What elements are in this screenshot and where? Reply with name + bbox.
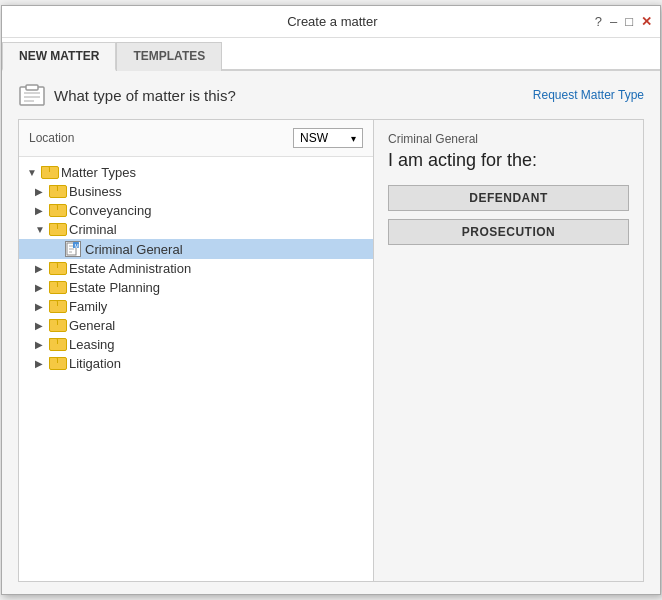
header-row: What type of matter is this? Request Mat… bbox=[18, 83, 644, 107]
toggle-estate-planning: ▶ bbox=[35, 282, 49, 293]
toggle-general: ▶ bbox=[35, 320, 49, 331]
help-button[interactable]: ? bbox=[595, 14, 602, 29]
tree-item-criminal-general[interactable]: M Criminal General bbox=[19, 239, 373, 259]
tree-item-matter-types[interactable]: ▼ Matter Types bbox=[19, 163, 373, 182]
tree-item-estate-admin[interactable]: ▶ Estate Administration bbox=[19, 259, 373, 278]
location-select[interactable]: NSW ▾ bbox=[293, 128, 363, 148]
tree-item-litigation[interactable]: ▶ Litigation bbox=[19, 354, 373, 373]
tree-item-leasing[interactable]: ▶ Leasing bbox=[19, 335, 373, 354]
tab-new-matter[interactable]: NEW MATTER bbox=[2, 42, 116, 71]
tree-label-leasing: Leasing bbox=[69, 337, 115, 352]
tree-label-business: Business bbox=[69, 184, 122, 199]
folder-icon-estate-admin bbox=[49, 262, 65, 275]
location-dropdown-arrow: ▾ bbox=[351, 133, 356, 144]
tree-label-criminal: Criminal bbox=[69, 222, 117, 237]
left-panel: Location NSW ▾ ▼ Matter Types bbox=[19, 120, 374, 581]
tree-item-family[interactable]: ▶ Family bbox=[19, 297, 373, 316]
folder-icon-estate-planning bbox=[49, 281, 65, 294]
toggle-business: ▶ bbox=[35, 186, 49, 197]
tree-label-estate-planning: Estate Planning bbox=[69, 280, 160, 295]
right-panel-category: Criminal General bbox=[388, 132, 629, 146]
window-controls: ? – □ ✕ bbox=[595, 14, 652, 29]
folder-icon-criminal bbox=[49, 223, 65, 236]
folder-icon-conveyancing bbox=[49, 204, 65, 217]
location-label: Location bbox=[29, 131, 74, 145]
toggle-litigation: ▶ bbox=[35, 358, 49, 369]
page-title: What type of matter is this? bbox=[54, 87, 236, 104]
matter-type-icon bbox=[18, 83, 46, 107]
title-bar: Create a matter ? – □ ✕ bbox=[2, 6, 660, 38]
svg-text:M: M bbox=[75, 243, 79, 249]
tree-item-business[interactable]: ▶ Business bbox=[19, 182, 373, 201]
tree-label-criminal-general: Criminal General bbox=[85, 242, 183, 257]
toggle-estate-admin: ▶ bbox=[35, 263, 49, 274]
header-left: What type of matter is this? bbox=[18, 83, 236, 107]
folder-icon-family bbox=[49, 300, 65, 313]
folder-icon-litigation bbox=[49, 357, 65, 370]
tree-label-general: General bbox=[69, 318, 115, 333]
location-bar: Location NSW ▾ bbox=[19, 120, 373, 157]
tab-templates[interactable]: TEMPLATES bbox=[116, 42, 222, 71]
minimize-button[interactable]: – bbox=[610, 14, 617, 29]
right-panel: Criminal General I am acting for the: DE… bbox=[374, 120, 643, 581]
folder-icon-matter-types bbox=[41, 166, 57, 179]
tree-item-estate-planning[interactable]: ▶ Estate Planning bbox=[19, 278, 373, 297]
toggle-conveyancing: ▶ bbox=[35, 205, 49, 216]
tree-item-criminal[interactable]: ▼ Criminal bbox=[19, 220, 373, 239]
tree-label-estate-admin: Estate Administration bbox=[69, 261, 191, 276]
tree-item-conveyancing[interactable]: ▶ Conveyancing bbox=[19, 201, 373, 220]
doc-icon-criminal-general: M bbox=[65, 241, 81, 257]
tab-bar: NEW MATTER TEMPLATES bbox=[2, 38, 660, 71]
tree-label-conveyancing: Conveyancing bbox=[69, 203, 151, 218]
toggle-matter-types: ▼ bbox=[27, 167, 41, 178]
content-area: What type of matter is this? Request Mat… bbox=[2, 71, 660, 594]
prosecution-button[interactable]: PROSECUTION bbox=[388, 219, 629, 245]
toggle-criminal: ▼ bbox=[35, 224, 49, 235]
main-window: Create a matter ? – □ ✕ NEW MATTER TEMPL… bbox=[1, 5, 661, 595]
folder-icon-general bbox=[49, 319, 65, 332]
main-panels: Location NSW ▾ ▼ Matter Types bbox=[18, 119, 644, 582]
defendant-button[interactable]: DEFENDANT bbox=[388, 185, 629, 211]
svg-rect-1 bbox=[26, 85, 38, 90]
maximize-button[interactable]: □ bbox=[625, 14, 633, 29]
request-matter-type-link[interactable]: Request Matter Type bbox=[533, 88, 644, 102]
tree-item-general[interactable]: ▶ General bbox=[19, 316, 373, 335]
right-panel-subtitle: I am acting for the: bbox=[388, 150, 629, 171]
folder-icon-business bbox=[49, 185, 65, 198]
toggle-family: ▶ bbox=[35, 301, 49, 312]
tree-label-family: Family bbox=[69, 299, 107, 314]
tree-area: ▼ Matter Types ▶ Business ▶ Conve bbox=[19, 157, 373, 581]
tree-label-litigation: Litigation bbox=[69, 356, 121, 371]
window-title: Create a matter bbox=[70, 14, 595, 29]
close-button[interactable]: ✕ bbox=[641, 14, 652, 29]
folder-icon-leasing bbox=[49, 338, 65, 351]
location-value: NSW bbox=[300, 131, 328, 145]
toggle-leasing: ▶ bbox=[35, 339, 49, 350]
tree-label-matter-types: Matter Types bbox=[61, 165, 136, 180]
